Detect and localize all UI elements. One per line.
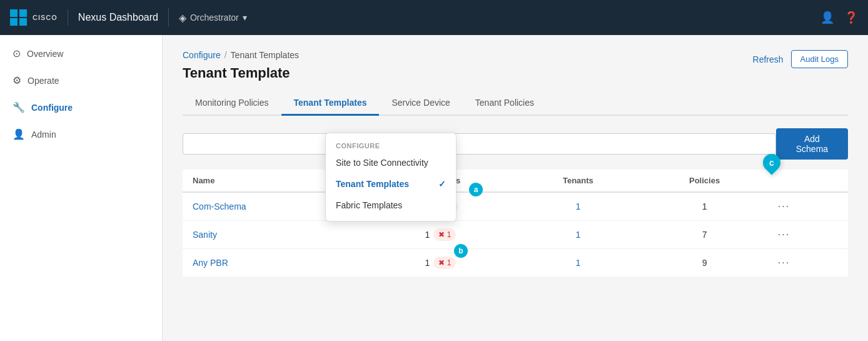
- orchestrator-icon: ◈: [179, 12, 186, 24]
- row-more-button[interactable]: ···: [778, 257, 790, 268]
- policies-count: 9: [702, 258, 707, 268]
- dropdown-item-label: Fabric Templates: [336, 200, 402, 210]
- cisco-label: CISCO: [33, 14, 58, 21]
- row-more-button[interactable]: ···: [778, 229, 790, 240]
- overview-icon: ⊙: [13, 48, 21, 59]
- user-icon[interactable]: 👤: [820, 11, 834, 24]
- tenants-link[interactable]: 1: [575, 258, 580, 268]
- sidebar-item-label: Configure: [31, 103, 73, 113]
- dropdown-item-label: Tenant Templates: [336, 179, 409, 189]
- orchestrator-label: Orchestrator: [190, 13, 239, 23]
- cisco-logo: CISCO: [10, 9, 68, 26]
- audit-logs-button[interactable]: Audit Logs: [791, 50, 848, 68]
- search-input[interactable]: [183, 133, 776, 155]
- col-policies: Policies: [641, 170, 768, 192]
- tabs-bar: Monitoring Policies Tenant Templates Ser…: [183, 91, 848, 116]
- sidebar-item-label: Operate: [28, 76, 59, 86]
- badge-error: ✖ 1: [433, 257, 456, 269]
- tab-tenant-templates[interactable]: Tenant Templates: [281, 91, 380, 116]
- tenants-link[interactable]: 1: [575, 201, 580, 211]
- schema-link[interactable]: Sanity: [193, 230, 217, 240]
- sidebar-item-label: Overview: [27, 49, 63, 59]
- page-title: Tenant Template: [183, 65, 848, 81]
- badge-error: ✖ 1: [433, 228, 456, 241]
- app-title: Nexus Dashboard: [78, 12, 158, 23]
- sidebar: ⊙ Overview ⚙ Operate 🔧 Configure 👤 Admin: [0, 35, 163, 341]
- breadcrumb-separator: /: [225, 50, 227, 60]
- col-actions: [768, 170, 848, 192]
- table-header-row: Name Templates Tenants Policies: [183, 170, 848, 192]
- nav-separator: [168, 8, 169, 27]
- sidebar-item-admin[interactable]: 👤 Admin: [0, 121, 162, 148]
- dropdown-section-label: Configure: [326, 138, 456, 152]
- tooltip-b: b: [454, 244, 468, 258]
- main-content: Configure / Tenant Templates Tenant Temp…: [163, 35, 868, 341]
- breadcrumb-current: Tenant Templates: [231, 50, 299, 60]
- dropdown-item-tenant-templates[interactable]: Tenant Templates ✓: [326, 173, 456, 195]
- table-row: Com-Schema 1 ✏️ 1 1 1 ···: [183, 192, 848, 221]
- table-row: Sanity 1 ✖ 1 1 7 ···: [183, 221, 848, 249]
- row-more-button[interactable]: ···: [778, 201, 790, 212]
- add-schema-button[interactable]: Add Schema: [776, 128, 848, 160]
- templates-count: 1: [425, 258, 430, 268]
- chevron-down-icon: ▾: [243, 13, 247, 23]
- breadcrumb-configure-link[interactable]: Configure: [183, 50, 221, 60]
- toolbar: Add Schema: [183, 128, 848, 160]
- tab-monitoring-policies[interactable]: Monitoring Policies: [183, 91, 281, 116]
- refresh-button[interactable]: Refresh: [753, 54, 784, 64]
- sidebar-item-label: Admin: [31, 130, 56, 140]
- templates-cell: 1 ✖ 1: [376, 228, 505, 241]
- sidebar-item-configure[interactable]: 🔧 Configure: [0, 94, 162, 121]
- nav-right: 👤 ❓: [820, 11, 858, 24]
- top-nav: CISCO Nexus Dashboard ◈ Orchestrator ▾ 👤…: [0, 0, 868, 35]
- tenants-link[interactable]: 1: [575, 230, 580, 240]
- configure-dropdown-menu: Configure Site to Site Connectivity Tena…: [325, 133, 457, 221]
- schema-link[interactable]: Any PBR: [193, 258, 228, 268]
- header-actions: Refresh Audit Logs: [753, 50, 848, 68]
- operate-icon: ⚙: [13, 74, 21, 86]
- dropdown-item-label: Site to Site Connectivity: [336, 158, 428, 168]
- policies-count: 1: [702, 201, 707, 211]
- schemas-table: Name Templates Tenants Policies Com-Sche…: [183, 170, 848, 277]
- help-icon[interactable]: ❓: [844, 11, 858, 24]
- admin-icon: 👤: [13, 128, 25, 140]
- tooltip-a: a: [469, 183, 483, 196]
- table-row: Any PBR 1 ✖ 1 1 9 ···: [183, 249, 848, 277]
- templates-count: 1: [425, 230, 430, 240]
- dropdown-item-fabric-templates[interactable]: Fabric Templates: [326, 195, 456, 216]
- configure-icon: 🔧: [13, 101, 25, 113]
- tooltip-c: c: [763, 154, 780, 171]
- schema-link[interactable]: Com-Schema: [193, 201, 246, 211]
- col-tenants: Tenants: [515, 170, 641, 192]
- breadcrumb: Configure / Tenant Templates: [183, 50, 848, 60]
- orchestrator-button[interactable]: ◈ Orchestrator ▾: [179, 12, 247, 24]
- templates-cell: 1 ✖ 1: [376, 257, 505, 269]
- cisco-grid-icon: [10, 9, 28, 26]
- check-icon: ✓: [438, 179, 446, 189]
- tab-tenant-policies[interactable]: Tenant Policies: [463, 91, 547, 116]
- policies-count: 7: [702, 230, 707, 240]
- sidebar-item-operate[interactable]: ⚙ Operate: [0, 67, 162, 94]
- tab-service-device[interactable]: Service Device: [379, 91, 462, 116]
- sidebar-item-overview[interactable]: ⊙ Overview: [0, 40, 162, 67]
- dropdown-item-site-to-site[interactable]: Site to Site Connectivity: [326, 152, 456, 173]
